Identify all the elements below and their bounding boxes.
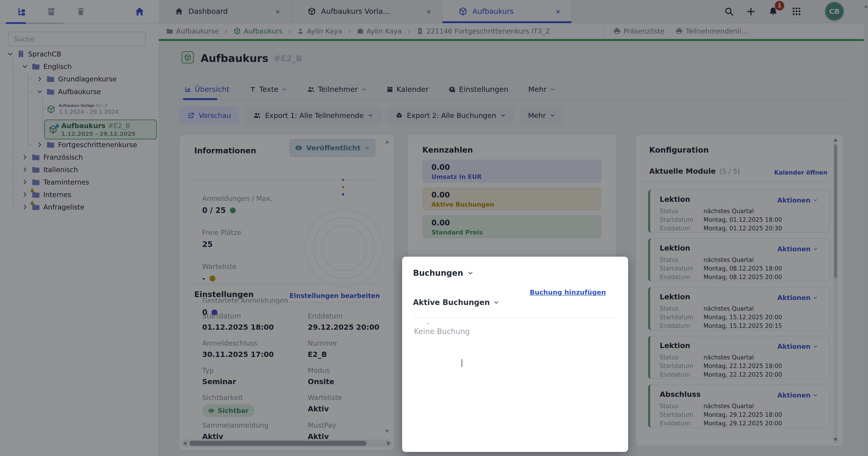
buchungen-modal: Buchungen Buchung hinzufügen Aktive Buch…	[402, 257, 628, 452]
empty-state-text: Keine Buchung	[414, 327, 470, 336]
divider	[413, 318, 617, 318]
modal-title-row[interactable]: Buchungen	[413, 268, 474, 278]
modal-section-row[interactable]: Aktive Buchungen	[413, 298, 499, 307]
modal-title: Buchungen	[413, 268, 463, 278]
list-dash: -	[427, 320, 429, 327]
app-window: SprachCB Englisch Grundlagenkurse Aufbau…	[0, 0, 868, 456]
buchung-hinzufuegen-link[interactable]: Buchung hinzufügen	[530, 288, 606, 296]
chevron-down-icon	[467, 270, 474, 276]
chevron-down-icon	[493, 299, 499, 305]
section-title: Aktive Buchungen	[413, 298, 490, 307]
text-cursor	[462, 359, 462, 367]
